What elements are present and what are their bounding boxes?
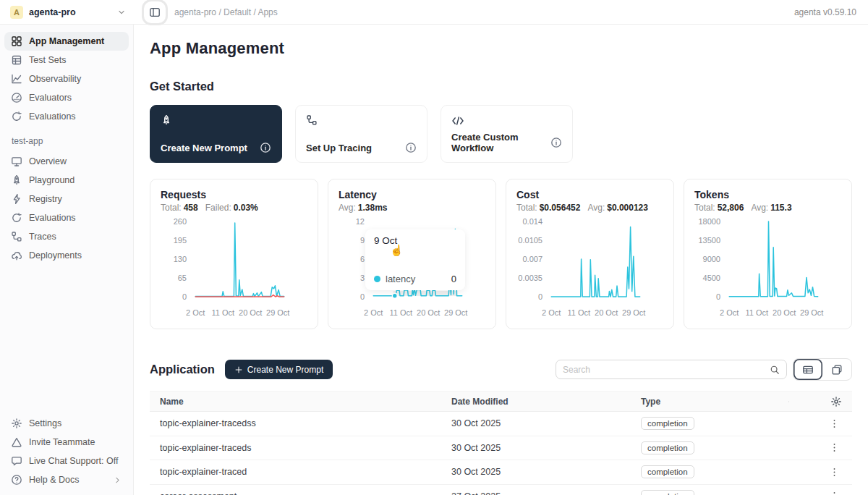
sidebar-item-label: Deployments [29, 250, 82, 261]
row-menu-kebab-icon[interactable] [826, 464, 842, 480]
sidebar-item-invite-teammate[interactable]: Invite Teammate [4, 433, 129, 452]
tree-icon [306, 114, 417, 126]
observability-icon [11, 73, 22, 85]
app-type: completion [631, 417, 788, 430]
type-badge: completion [641, 417, 694, 430]
get-started-card-create-custom-workflow[interactable]: Create Custom Workflow [441, 105, 573, 163]
type-badge: completion [641, 441, 694, 454]
y-axis-tick: 65 [161, 274, 187, 282]
card-view-icon [831, 364, 843, 376]
sidebar-item-evaluations[interactable]: Evaluations [4, 107, 129, 126]
y-axis-tick: 260 [161, 217, 187, 226]
sidebar-item-evaluators[interactable]: Evaluators [4, 88, 129, 107]
workspace-selector[interactable]: A agenta-pro [0, 6, 134, 19]
x-axis-tick: 20 Oct [773, 308, 796, 317]
table-row[interactable]: career-assessment27 Oct 2025completion [150, 485, 852, 495]
row-menu-kebab-icon[interactable] [826, 440, 842, 456]
table-body: topic-explainer-tracedss30 Oct 2025compl… [150, 412, 852, 495]
chevron-right-icon [113, 475, 122, 485]
sidebar-item-label: Traces [29, 232, 56, 242]
x-axis-tick: 11 Oct [389, 308, 412, 317]
workspace-avatar: A [10, 6, 23, 19]
sidebar-item-overview[interactable]: Overview [4, 152, 129, 171]
table-row[interactable]: topic-explainer-traced30 Oct 2025complet… [150, 460, 852, 485]
hand-cursor-icon: ☝ [390, 244, 404, 257]
x-axis-tick: 2 Oct [720, 308, 739, 317]
app-name: topic-explainer-traceds [150, 443, 441, 453]
sidebar-item-observability[interactable]: Observability [4, 69, 129, 88]
chart-stats: Total:52,806Avg:115.3 [694, 203, 841, 213]
sidebar-item-registry[interactable]: Registry [4, 190, 129, 208]
column-header-type: Type [631, 397, 788, 407]
card-label: Create Custom Workflow [451, 132, 550, 153]
info-icon[interactable] [550, 137, 562, 148]
help-icon [11, 474, 22, 486]
get-started-card-create-new-prompt[interactable]: Create New Prompt [150, 105, 282, 163]
sidebar-item-label: Settings [29, 418, 61, 428]
sidebar-item-label: Registry [29, 194, 62, 204]
sidebar-item-playground[interactable]: Playground [4, 171, 129, 190]
y-axis-tick: 9000 [694, 255, 720, 263]
chart-plot: 0.0140.01050.0070.003502 Oct11 Oct20 Oct… [516, 217, 663, 323]
tooltip-series: latency [386, 274, 415, 284]
application-header: Application Create New Prompt [150, 358, 852, 381]
x-axis-tick: 20 Oct [595, 308, 618, 317]
y-axis-tick: 0.0105 [516, 236, 542, 245]
chart-card-cost: CostTotal:$0.056452Avg:$0.0001230.0140.0… [506, 179, 674, 329]
sidebar-item-label: Evaluations [29, 111, 76, 122]
search-input[interactable] [563, 365, 770, 375]
table-row[interactable]: topic-explainer-traceds30 Oct 2025comple… [150, 436, 852, 461]
card-label: Create New Prompt [161, 143, 247, 153]
triangle-icon [11, 436, 22, 448]
sidebar-item-live-chat-support-off[interactable]: Live Chat Support: Off [4, 452, 129, 470]
gear-icon [11, 418, 22, 429]
sidebar-item-test-sets[interactable]: Test Sets [4, 51, 129, 69]
sidebar: App ManagementTest SetsObservabilityEval… [0, 25, 134, 495]
sidebar-main-nav: App ManagementTest SetsObservabilityEval… [4, 32, 129, 126]
sidebar-item-label: Invite Teammate [29, 437, 95, 447]
sidebar-item-settings[interactable]: Settings [4, 414, 129, 433]
sidebar-item-help-docs[interactable]: Help & Docs [4, 470, 129, 489]
sidebar-item-deployments[interactable]: Deployments [4, 246, 129, 265]
top-bar: A agenta-pro agenta-pro / Default / Apps… [0, 0, 868, 25]
sidebar-item-app-management[interactable]: App Management [4, 32, 129, 51]
sidebar-item-traces[interactable]: Traces [4, 227, 129, 246]
refresh-icon [11, 111, 22, 122]
y-axis-tick: 195 [161, 236, 187, 245]
sidebar-item-evaluations[interactable]: Evaluations [4, 208, 129, 227]
card-label: Set Up Tracing [306, 143, 372, 153]
y-axis-tick: 0 [161, 292, 187, 301]
row-menu-kebab-icon[interactable] [826, 488, 842, 495]
card-view-button[interactable] [822, 359, 851, 380]
chart-plot: 2601951306502 Oct11 Oct20 Oct29 Oct [161, 217, 307, 323]
chart-plot: 18000135009000450002 Oct11 Oct20 Oct29 O… [694, 217, 841, 323]
table-view-button[interactable] [793, 359, 822, 380]
table-row[interactable]: topic-explainer-tracedss30 Oct 2025compl… [150, 412, 852, 436]
row-menu-kebab-icon[interactable] [826, 415, 842, 431]
breadcrumb[interactable]: agenta-pro / Default / Apps [174, 7, 278, 17]
test-sets-icon [11, 54, 22, 66]
sidebar-collapse-button[interactable] [144, 1, 166, 23]
tree-icon [11, 231, 22, 242]
y-axis-tick: 0 [516, 292, 542, 301]
sidebar-section-label: test-app [4, 126, 129, 152]
y-axis-tick: 0.007 [516, 255, 542, 263]
chart-title: Latency [339, 189, 485, 200]
x-axis-tick: 2 Oct [542, 308, 561, 317]
chart-title: Cost [516, 189, 663, 200]
info-icon[interactable] [405, 142, 417, 153]
table-settings-gear-icon[interactable] [830, 396, 842, 407]
date-modified: 30 Oct 2025 [441, 418, 631, 428]
get-started-card-set-up-tracing[interactable]: Set Up Tracing [295, 105, 427, 163]
date-modified: 27 Oct 2025 [441, 491, 631, 495]
app-version: agenta v0.59.10 [794, 7, 856, 17]
chart-title: Requests [161, 189, 307, 200]
info-icon[interactable] [260, 142, 271, 153]
page-title: App Management [150, 39, 852, 58]
x-axis-tick: 2 Oct [186, 308, 205, 317]
cloud-up-icon [11, 250, 22, 261]
create-new-prompt-button[interactable]: Create New Prompt [225, 360, 333, 379]
rocket-icon [161, 114, 271, 126]
chart-stats: Avg:1.38ms [339, 203, 485, 213]
applications-table: NameDate ModifiedType topic-explainer-tr… [150, 391, 852, 495]
